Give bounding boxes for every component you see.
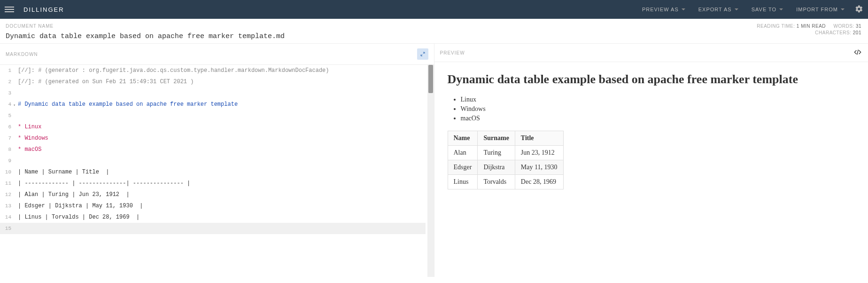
characters-value: 201	[853, 30, 861, 35]
editor-line[interactable]: 8* macOS	[0, 144, 426, 155]
line-number: 14	[0, 214, 16, 220]
chevron-down-icon	[779, 8, 783, 10]
table-header: Title	[515, 131, 563, 145]
table-cell: Turing	[478, 145, 515, 160]
list-item: Windows	[461, 105, 855, 113]
line-number: 10	[0, 169, 16, 175]
table-header: Surname	[478, 131, 515, 145]
markdown-label: MARKDOWN	[6, 52, 38, 57]
line-content: * macOS	[16, 146, 41, 153]
preview-content: Dynamic data table example based on apac…	[434, 62, 868, 277]
table-cell: Alan	[448, 145, 478, 160]
editor-line[interactable]: 2[//]: # (generated on Sun Feb 21 15:49:…	[0, 76, 426, 87]
table-row: AlanTuringJun 23, 1912	[448, 145, 563, 160]
line-content: * Linux	[16, 124, 41, 130]
navbar: DILLINGER PREVIEW ASEXPORT ASSAVE TOIMPO…	[0, 0, 868, 19]
nav-item-label: IMPORT FROM	[796, 7, 838, 12]
line-number: 4▾	[0, 102, 16, 107]
chevron-down-icon	[841, 8, 845, 10]
table-cell: Torvalds	[478, 174, 515, 189]
editor-line[interactable]: 12| Alan | Turing | Jun 23, 1912 |	[0, 189, 426, 200]
reading-time-value: 1 MIN READ	[797, 24, 826, 29]
line-number: 3	[0, 90, 16, 96]
line-number: 7	[0, 135, 16, 141]
line-content: [//]: # (generator : org.fugerit.java.do…	[16, 67, 329, 74]
markdown-pane: MARKDOWN 1[//]: # (generator : org.fuger…	[0, 44, 434, 277]
markdown-editor[interactable]: 1[//]: # (generator : org.fugerit.java.d…	[0, 65, 434, 277]
editor-line[interactable]: 14| Linus | Torvalds | Dec 28, 1969 |	[0, 212, 426, 223]
html-toggle-icon[interactable]	[853, 48, 862, 57]
svg-line-0	[857, 50, 859, 55]
table-row: LinusTorvaldsDec 28, 1969	[448, 174, 563, 189]
chevron-down-icon	[682, 8, 685, 10]
preview-pane-header: PREVIEW	[434, 44, 868, 62]
line-content: | Edsger | Dijkstra | May 11, 1930 |	[16, 203, 143, 209]
nav-item-export-as[interactable]: EXPORT AS	[692, 0, 745, 19]
line-content: | Alan | Turing | Jun 23, 1912 |	[16, 191, 130, 198]
settings-icon[interactable]	[855, 5, 863, 15]
editor-line[interactable]: 1[//]: # (generator : org.fugerit.java.d…	[0, 65, 426, 76]
preview-label: PREVIEW	[440, 50, 465, 55]
editor-line[interactable]: 9	[0, 155, 426, 166]
table-cell: Dijkstra	[478, 160, 515, 174]
line-number: 15	[0, 226, 16, 231]
table-row: EdsgerDijkstraMay 11, 1930	[448, 160, 563, 174]
document-title[interactable]: Dynamic data table example based on apac…	[6, 32, 862, 40]
menu-icon[interactable]	[5, 5, 14, 14]
line-number: 12	[0, 192, 16, 197]
line-number: 13	[0, 203, 16, 209]
nav-item-label: EXPORT AS	[698, 7, 732, 12]
editor-line[interactable]: 5	[0, 110, 426, 121]
document-header: DOCUMENT NAME Dynamic data table example…	[0, 19, 868, 44]
list-item: Linux	[461, 96, 855, 103]
brand: DILLINGER	[23, 6, 64, 13]
nav-item-label: PREVIEW AS	[642, 7, 679, 12]
split-view: MARKDOWN 1[//]: # (generator : org.fuger…	[0, 44, 868, 277]
chevron-down-icon	[735, 8, 738, 10]
fold-icon[interactable]: ▾	[13, 103, 16, 107]
editor-line[interactable]: 3	[0, 87, 426, 99]
editor-line[interactable]: 6* Linux	[0, 121, 426, 133]
words-value: 31	[856, 24, 861, 29]
markdown-pane-header: MARKDOWN	[0, 44, 434, 65]
reading-time-label: READING TIME:	[757, 24, 795, 29]
editor-line[interactable]: 11| ------------- | --------------| ----…	[0, 178, 426, 189]
line-number: 11	[0, 181, 16, 186]
line-content: * Windows	[16, 135, 48, 142]
words-label: WORDS:	[833, 24, 854, 29]
editor-line[interactable]: 15	[0, 223, 426, 234]
line-number: 8	[0, 147, 16, 152]
preview-pane: PREVIEW Dynamic data table example based…	[434, 44, 868, 277]
table-header: Name	[448, 131, 478, 145]
preview-heading: Dynamic data table example based on apac…	[448, 71, 855, 87]
line-number: 6	[0, 124, 16, 130]
editor-line[interactable]: 4▾# Dynamic data table example based on …	[0, 99, 426, 110]
table-cell: May 11, 1930	[515, 160, 563, 174]
document-name-label: DOCUMENT NAME	[6, 24, 862, 29]
scrollbar-track[interactable]	[427, 65, 434, 277]
characters-label: CHARACTERS:	[815, 30, 851, 35]
editor-line[interactable]: 13| Edsger | Dijkstra | May 11, 1930 |	[0, 200, 426, 212]
line-content: | ------------- | --------------| ------…	[16, 180, 190, 187]
nav-item-preview-as[interactable]: PREVIEW AS	[636, 0, 692, 19]
line-number: 5	[0, 113, 16, 118]
table-cell: Jun 23, 1912	[515, 145, 563, 160]
nav-item-save-to[interactable]: SAVE TO	[745, 0, 790, 19]
line-content: [//]: # (generated on Sun Feb 21 15:49:3…	[16, 79, 194, 85]
preview-table: NameSurnameTitle AlanTuringJun 23, 1912E…	[448, 131, 564, 189]
editor-line[interactable]: 7* Windows	[0, 133, 426, 144]
preview-list: LinuxWindowsmacOS	[461, 96, 855, 122]
nav-item-label: SAVE TO	[752, 7, 776, 12]
list-item: macOS	[461, 115, 855, 122]
line-content: # Dynamic data table example based on ap…	[16, 101, 238, 108]
scrollbar-thumb[interactable]	[428, 65, 433, 93]
document-stats: READING TIME: 1 MIN READ WORDS: 31 CHARA…	[757, 24, 861, 37]
expand-icon[interactable]	[417, 48, 428, 60]
table-cell: Edsger	[448, 160, 478, 174]
table-cell: Linus	[448, 174, 478, 189]
line-number: 1	[0, 68, 16, 73]
line-number: 9	[0, 158, 16, 164]
editor-line[interactable]: 10| Name | Surname | Title |	[0, 166, 426, 178]
line-number: 2	[0, 79, 16, 85]
nav-item-import-from[interactable]: IMPORT FROM	[790, 0, 851, 19]
